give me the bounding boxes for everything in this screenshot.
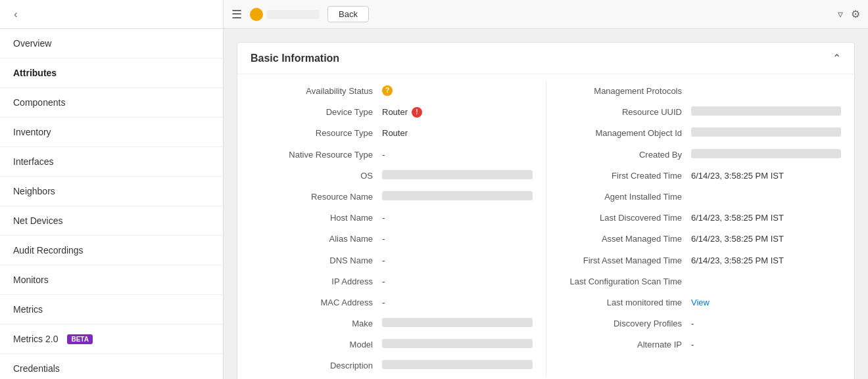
- field-value: █████: [382, 170, 533, 179]
- info-row-left-10: MAC Address-: [251, 292, 533, 313]
- sidebar-item-metrics[interactable]: Metrics: [0, 295, 223, 324]
- sidebar-item-credentials[interactable]: Credentials: [0, 354, 223, 379]
- field-label: OS: [251, 170, 382, 182]
- info-row-right-10: Last monitored timeView: [560, 292, 841, 313]
- field-label: Host Name: [251, 212, 382, 224]
- field-value: -: [691, 318, 841, 330]
- field-label: Device Type: [251, 106, 382, 118]
- info-row-right-8: First Asset Managed Time6/14/23, 3:58:25…: [560, 250, 841, 271]
- field-label: Resource UUID: [560, 106, 691, 118]
- settings-icon[interactable]: ⚙: [851, 8, 860, 20]
- field-label: Created By: [560, 149, 691, 161]
- field-label: Last monitored time: [560, 297, 691, 309]
- info-row-left-4: OS█████: [251, 166, 533, 187]
- field-label: Alias Name: [251, 233, 382, 245]
- info-col-right: Management ProtocolsResource UUID█████Ma…: [546, 81, 854, 377]
- field-label: Resource Type: [251, 127, 382, 139]
- info-row-left-8: DNS Name-: [251, 250, 533, 271]
- field-value: 6/14/23, 3:58:25 PM IST: [691, 212, 841, 224]
- sidebar-item-label-credentials: Credentials: [13, 363, 60, 374]
- info-row-right-1: Resource UUID█████: [560, 102, 841, 123]
- field-value: Router: [382, 127, 533, 139]
- help-icon[interactable]: ?: [382, 85, 393, 96]
- sidebar-item-components[interactable]: Components: [0, 88, 223, 118]
- info-col-left: Availability Status?Device TypeRouter!Re…: [237, 81, 546, 377]
- sidebar-item-label-overview: Overview: [13, 38, 51, 49]
- info-row-left-9: IP Address-: [251, 271, 533, 292]
- info-row-left-6: Host Name-: [251, 208, 533, 229]
- field-value: -: [691, 339, 841, 351]
- sidebar-item-overview[interactable]: Overview: [0, 29, 223, 58]
- sidebar-item-monitors[interactable]: Monitors: [0, 265, 223, 295]
- sidebar-item-interfaces[interactable]: Interfaces: [0, 147, 223, 177]
- field-label: DNS Name: [251, 255, 382, 267]
- field-value: -: [382, 212, 533, 224]
- info-row-left-12: Model█████: [251, 334, 533, 355]
- main-panel: ☰ Back ▿ ⚙ Basic Information ⌃ Availabil…: [224, 0, 868, 379]
- sidebar-item-label-components: Components: [13, 97, 65, 108]
- content-area: Basic Information ⌃ Availability Status?…: [224, 29, 868, 379]
- info-row-right-3: Created By█████: [560, 145, 841, 166]
- collapse-button[interactable]: ⌃: [832, 52, 841, 64]
- sidebar-item-audit-recordings[interactable]: Audit Recordings: [0, 236, 223, 265]
- info-row-left-7: Alias Name-: [251, 229, 533, 250]
- field-label: Asset Managed Time: [560, 233, 691, 245]
- field-label: First Asset Managed Time: [560, 255, 691, 267]
- field-value: █████: [382, 191, 533, 200]
- card-title: Basic Information: [251, 53, 339, 64]
- field-label: Management Protocols: [560, 85, 691, 97]
- sidebar-item-metrics-2[interactable]: Metrics 2.0BETA: [0, 324, 223, 354]
- breadcrumb: [250, 8, 320, 21]
- breadcrumb-text: [267, 10, 320, 19]
- info-row-right-5: Agent Installed Time: [560, 187, 841, 208]
- field-label: Last Discovered Time: [560, 212, 691, 224]
- field-value: █████: [382, 318, 533, 327]
- topbar: ☰ Back ▿ ⚙: [224, 0, 868, 29]
- field-value: -: [382, 297, 533, 309]
- back-arrow-icon[interactable]: ‹: [8, 7, 24, 22]
- field-value: 6/14/23, 3:58:25 PM IST: [691, 233, 841, 245]
- info-row-left-13: Description█████: [251, 355, 533, 376]
- info-row-right-11: Discovery Profiles-: [560, 313, 841, 334]
- sidebar-item-label-monitors: Monitors: [13, 275, 49, 285]
- field-label: IP Address: [251, 276, 382, 288]
- menu-icon[interactable]: ☰: [231, 7, 242, 22]
- field-value: Router!: [382, 106, 533, 118]
- field-value: -: [382, 255, 533, 267]
- field-value: 6/14/23, 3:58:25 PM IST: [691, 170, 841, 182]
- info-row-right-12: Alternate IP-: [560, 334, 841, 355]
- info-row-left-2: Resource TypeRouter: [251, 123, 533, 144]
- info-row-right-9: Last Configuration Scan Time: [560, 271, 841, 292]
- info-row-left-5: Resource Name█████: [251, 187, 533, 208]
- sidebar-item-attributes[interactable]: Attributes: [0, 58, 223, 88]
- field-label: Last Configuration Scan Time: [560, 276, 691, 288]
- field-label: Agent Installed Time: [560, 191, 691, 203]
- sidebar-header: ‹: [0, 0, 223, 29]
- field-value[interactable]: View: [691, 297, 841, 309]
- back-button[interactable]: Back: [327, 6, 369, 22]
- sidebar-item-label-metrics: Metrics: [13, 304, 43, 315]
- field-label: Resource Name: [251, 191, 382, 203]
- filter-icon[interactable]: ▿: [838, 8, 843, 20]
- sidebar-item-net-devices[interactable]: Net Devices: [0, 206, 223, 236]
- field-label: Alternate IP: [560, 339, 691, 351]
- info-row-right-2: Management Object Id█████: [560, 123, 841, 144]
- field-label: First Created Time: [560, 170, 691, 182]
- info-row-right-6: Last Discovered Time6/14/23, 3:58:25 PM …: [560, 208, 841, 229]
- sidebar-item-label-inventory: Inventory: [13, 127, 51, 137]
- field-value: -: [382, 276, 533, 288]
- info-row-left-3: Native Resource Type-: [251, 145, 533, 166]
- sidebar-item-inventory[interactable]: Inventory: [0, 118, 223, 147]
- field-value: -: [382, 149, 533, 161]
- info-grid: Availability Status?Device TypeRouter!Re…: [237, 74, 854, 379]
- sidebar-item-label-interfaces: Interfaces: [13, 156, 53, 167]
- sidebar-nav: OverviewAttributesComponentsInventoryInt…: [0, 29, 223, 379]
- field-value: █████: [382, 339, 533, 348]
- topbar-icons: ▿ ⚙: [838, 8, 860, 20]
- field-value: ?: [382, 85, 533, 96]
- basic-info-card: Basic Information ⌃ Availability Status?…: [237, 42, 855, 379]
- field-label: Availability Status: [251, 85, 382, 97]
- sidebar-item-neighbors[interactable]: Neighbors: [0, 177, 223, 206]
- field-value: █████: [691, 149, 841, 158]
- field-label: MAC Address: [251, 297, 382, 309]
